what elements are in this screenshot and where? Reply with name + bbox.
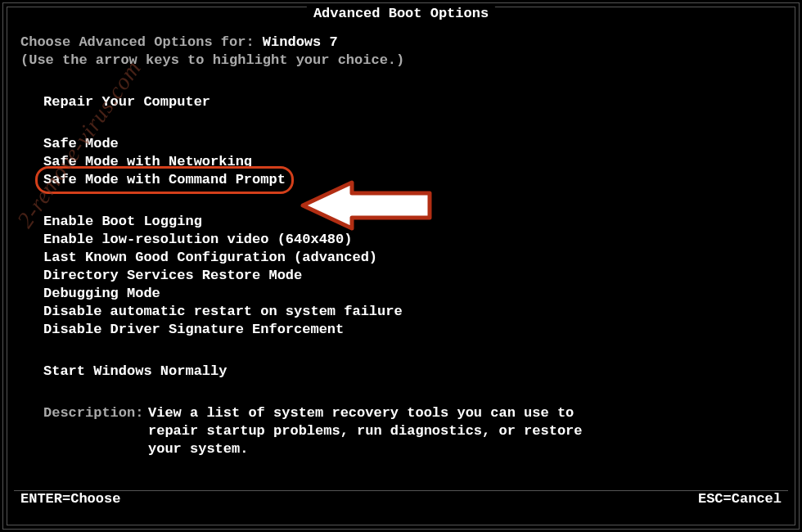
- menu-item-no-auto-restart[interactable]: Disable automatic restart on system fail…: [20, 303, 606, 321]
- description-text: View a list of system recovery tools you…: [148, 404, 606, 458]
- menu-item-repair[interactable]: Repair Your Computer: [20, 93, 606, 111]
- content-area: Choose Advanced Options for: Windows 7 (…: [20, 34, 606, 458]
- os-line: Choose Advanced Options for: Windows 7: [20, 34, 606, 52]
- window-outer-border: Advanced Boot Options Choose Advanced Op…: [2, 2, 800, 530]
- menu-item-safe-mode[interactable]: Safe Mode: [20, 135, 606, 153]
- window-inner-border: Advanced Boot Options Choose Advanced Op…: [7, 7, 795, 525]
- menu-item-lkgc[interactable]: Last Known Good Configuration (advanced): [20, 249, 606, 267]
- footer-esc: ESC=Cancel: [698, 491, 782, 507]
- menu-item-debug[interactable]: Debugging Mode: [20, 285, 606, 303]
- menu-item-boot-logging[interactable]: Enable Boot Logging: [20, 213, 606, 231]
- menu-item-safe-mode-cmd[interactable]: Safe Mode with Command Prompt: [43, 171, 286, 189]
- os-line-prefix: Choose Advanced Options for:: [20, 34, 263, 50]
- description-block: Description: View a list of system recov…: [20, 404, 606, 458]
- window-title: Advanced Boot Options: [307, 7, 495, 20]
- menu-item-safe-mode-cmd-label: Safe Mode with Command Prompt: [43, 172, 286, 187]
- menu-item-safe-mode-cmd-row[interactable]: Safe Mode with Command Prompt: [20, 171, 606, 189]
- footer-enter: ENTER=Choose: [20, 491, 120, 507]
- description-label: Description:: [43, 404, 148, 458]
- menu-item-no-drv-sig[interactable]: Disable Driver Signature Enforcement: [20, 321, 606, 339]
- os-name: Windows 7: [263, 34, 338, 50]
- menu-item-start-normally[interactable]: Start Windows Normally: [20, 363, 606, 381]
- menu-item-dsrm[interactable]: Directory Services Restore Mode: [20, 267, 606, 285]
- hint-line: (Use the arrow keys to highlight your ch…: [20, 52, 606, 70]
- menu-item-safe-mode-networking[interactable]: Safe Mode with Networking: [20, 153, 606, 171]
- menu-item-low-res[interactable]: Enable low-resolution video (640x480): [20, 231, 606, 249]
- footer-bar: ENTER=Choose ESC=Cancel: [14, 490, 788, 507]
